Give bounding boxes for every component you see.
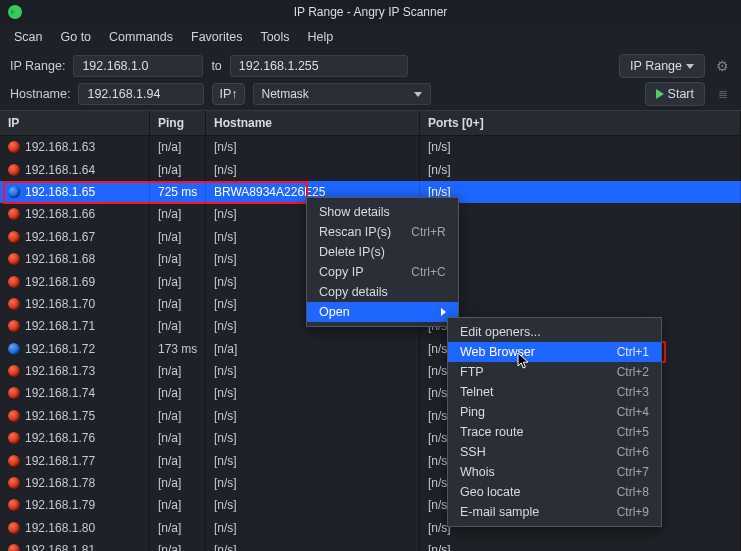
col-ip[interactable]: IP xyxy=(0,111,150,135)
iprange-combo[interactable]: IP Range xyxy=(619,54,705,78)
submenu-item-ping[interactable]: PingCtrl+4 xyxy=(448,402,661,422)
netmask-dropdown[interactable]: Netmask xyxy=(253,83,431,105)
cell-ports: [n/s] xyxy=(420,539,741,551)
cell-hostname: [n/s] xyxy=(206,360,420,382)
cell-ip: 192.168.1.80 xyxy=(25,521,95,535)
menu-bar: ScanGo toCommandsFavoritesToolsHelp xyxy=(0,24,741,50)
menu-item-label: Telnet xyxy=(460,385,493,399)
ip-up-button[interactable]: IP↑ xyxy=(212,83,244,105)
menu-help[interactable]: Help xyxy=(308,30,334,44)
cell-ping: [n/a] xyxy=(150,158,206,180)
cell-ip: 192.168.1.70 xyxy=(25,297,95,311)
menu-favorites[interactable]: Favorites xyxy=(191,30,242,44)
menu-item-label: Whois xyxy=(460,465,495,479)
menu-item-rescan-ip-s-[interactable]: Rescan IP(s)Ctrl+R xyxy=(307,222,458,242)
menu-scan[interactable]: Scan xyxy=(14,30,43,44)
submenu-item-ftp[interactable]: FTPCtrl+2 xyxy=(448,362,661,382)
cell-ports: [n/s] xyxy=(420,270,741,292)
menu-item-shortcut: Ctrl+3 xyxy=(617,385,649,399)
hostname-field[interactable]: 192.168.1.94 xyxy=(78,83,204,105)
menu-item-shortcut: Ctrl+2 xyxy=(617,365,649,379)
menu-item-open[interactable]: Open xyxy=(307,302,458,322)
menu-item-copy-details[interactable]: Copy details xyxy=(307,282,458,302)
cell-ping: [n/a] xyxy=(150,226,206,248)
menu-item-shortcut: Ctrl+6 xyxy=(617,445,649,459)
ip-to-field[interactable]: 192.168.1.255 xyxy=(230,55,408,77)
menu-item-shortcut: Ctrl+9 xyxy=(617,505,649,519)
cell-ip: 192.168.1.67 xyxy=(25,230,95,244)
cell-ip: 192.168.1.73 xyxy=(25,364,95,378)
status-dot-icon xyxy=(8,208,20,220)
col-ports[interactable]: Ports [0+] xyxy=(420,111,741,135)
status-dot-icon xyxy=(8,455,20,467)
submenu-item-web-browser[interactable]: Web BrowserCtrl+1 xyxy=(448,342,661,362)
cell-ip: 192.168.1.81 xyxy=(25,543,95,551)
menu-item-copy-ip[interactable]: Copy IPCtrl+C xyxy=(307,262,458,282)
col-ping[interactable]: Ping xyxy=(150,111,206,135)
menu-item-shortcut: Ctrl+5 xyxy=(617,425,649,439)
table-row[interactable]: 192.168.1.63[n/a][n/s][n/s] xyxy=(0,136,741,158)
menu-item-label: Show details xyxy=(319,205,390,219)
status-dot-icon xyxy=(8,432,20,444)
ip-from-field[interactable]: 192.168.1.0 xyxy=(73,55,203,77)
cell-ping: [n/a] xyxy=(150,270,206,292)
cell-ping: 725 ms xyxy=(150,181,206,203)
submenu-item-geo-locate[interactable]: Geo locateCtrl+8 xyxy=(448,482,661,502)
menu-goto[interactable]: Go to xyxy=(61,30,92,44)
menu-item-label: SSH xyxy=(460,445,486,459)
status-dot-icon xyxy=(8,276,20,288)
status-dot-icon xyxy=(8,253,20,265)
cell-hostname: [n/s] xyxy=(206,449,420,471)
submenu-item-ssh[interactable]: SSHCtrl+6 xyxy=(448,442,661,462)
status-dot-icon xyxy=(8,231,20,243)
menu-item-label: Trace route xyxy=(460,425,523,439)
cell-ip: 192.168.1.72 xyxy=(25,342,95,356)
cell-ip: 192.168.1.76 xyxy=(25,431,95,445)
gear-icon: ⚙ xyxy=(716,58,729,74)
cell-hostname: [n/s] xyxy=(206,136,420,158)
cell-ping: [n/a] xyxy=(150,203,206,225)
list-icon: ≣ xyxy=(718,87,726,101)
submenu-item-edit-openers-[interactable]: Edit openers... xyxy=(448,322,661,342)
menu-item-show-details[interactable]: Show details xyxy=(307,202,458,222)
cell-ping: [n/a] xyxy=(150,136,206,158)
table-row[interactable]: 192.168.1.81[n/a][n/s][n/s] xyxy=(0,539,741,551)
cell-ping: [n/a] xyxy=(150,449,206,471)
to-label: to xyxy=(211,59,221,73)
submenu-item-whois[interactable]: WhoisCtrl+7 xyxy=(448,462,661,482)
menu-item-shortcut: Ctrl+8 xyxy=(617,485,649,499)
status-dot-icon xyxy=(8,365,20,377)
cell-ping: [n/a] xyxy=(150,539,206,551)
cell-ping: [n/a] xyxy=(150,315,206,337)
menu-item-delete-ip-s-[interactable]: Delete IP(s) xyxy=(307,242,458,262)
status-dot-icon xyxy=(8,477,20,489)
start-label: Start xyxy=(668,87,694,101)
cell-ping: [n/a] xyxy=(150,472,206,494)
play-icon xyxy=(656,89,664,99)
menu-item-label: Geo locate xyxy=(460,485,520,499)
cell-ping: [n/a] xyxy=(150,427,206,449)
col-hostname[interactable]: Hostname xyxy=(206,111,420,135)
start-button[interactable]: Start xyxy=(645,82,705,106)
status-dot-icon xyxy=(8,141,20,153)
cell-ports: [n/s] xyxy=(420,158,741,180)
submenu-item-telnet[interactable]: TelnetCtrl+3 xyxy=(448,382,661,402)
menu-item-label: Open xyxy=(319,305,350,319)
table-row[interactable]: 192.168.1.64[n/a][n/s][n/s] xyxy=(0,158,741,180)
toolbar-row-2: Hostname: 192.168.1.94 IP↑ Netmask Start… xyxy=(0,82,741,110)
cell-hostname: [n/s] xyxy=(206,405,420,427)
submenu-item-trace-route[interactable]: Trace routeCtrl+5 xyxy=(448,422,661,442)
cell-hostname: [n/a] xyxy=(206,338,420,360)
cell-ping: [n/a] xyxy=(150,248,206,270)
submenu-item-e-mail-sample[interactable]: E-mail sampleCtrl+9 xyxy=(448,502,661,522)
display-options-button[interactable]: ≣ xyxy=(713,85,731,103)
menu-commands[interactable]: Commands xyxy=(109,30,173,44)
cell-ports: [n/s] xyxy=(420,226,741,248)
cell-ping: [n/a] xyxy=(150,293,206,315)
menu-tools[interactable]: Tools xyxy=(260,30,289,44)
cell-ports: [n/s] xyxy=(420,136,741,158)
menu-item-shortcut: Ctrl+7 xyxy=(617,465,649,479)
status-dot-icon xyxy=(8,186,20,198)
settings-button[interactable]: ⚙ xyxy=(713,57,731,75)
status-dot-icon xyxy=(8,544,20,551)
